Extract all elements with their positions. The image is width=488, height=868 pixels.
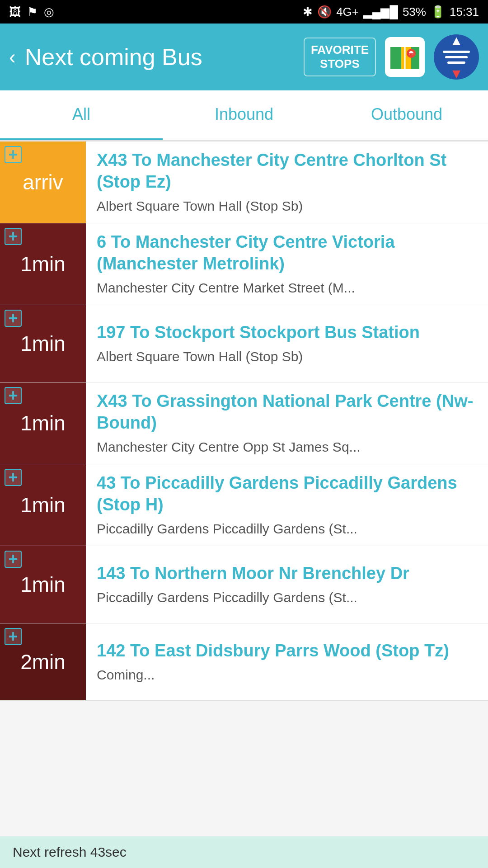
bus-stop-name: Manchester City Centre Opp St James Sq..… xyxy=(97,438,477,456)
bus-route-name: X43 To Manchester City Centre Chorlton S… xyxy=(97,150,477,193)
bus-stop-name: Coming... xyxy=(97,666,477,684)
refresh-bar: Next refresh 43sec xyxy=(0,836,488,868)
bus-list: + arriv X43 To Manchester City Centre Ch… xyxy=(0,142,488,701)
bus-time-box: + 1min xyxy=(0,382,86,464)
bus-arrival-time: 1min xyxy=(20,252,66,276)
bus-arrival-time: 1min xyxy=(20,411,66,435)
network-type: 4G+ xyxy=(336,5,359,19)
add-favorite-icon[interactable]: + xyxy=(5,146,22,163)
bus-info: X43 To Manchester City Centre Chorlton S… xyxy=(86,142,488,223)
add-favorite-icon[interactable]: + xyxy=(5,228,22,245)
bus-list-item[interactable]: + 1min 197 To Stockport Stockport Bus St… xyxy=(0,305,488,382)
mute-icon: 🔇 xyxy=(317,5,332,19)
bus-time-box: + 1min xyxy=(0,223,86,305)
bus-stop-name: Manchester City Centre Market Street (M.… xyxy=(97,279,477,297)
bus-list-item[interactable]: + 1min X43 To Grassington National Park … xyxy=(0,382,488,464)
bus-info: X43 To Grassington National Park Centre … xyxy=(86,382,488,464)
bus-route-name: X43 To Grassington National Park Centre … xyxy=(97,391,477,434)
sort-button[interactable]: ▲ ▼ xyxy=(434,34,479,80)
bus-arrival-time: arriv xyxy=(23,170,63,194)
bus-list-item[interactable]: + 1min 43 To Piccadilly Gardens Piccadil… xyxy=(0,464,488,546)
add-favorite-icon[interactable]: + xyxy=(5,628,22,645)
bus-time-box: + 1min xyxy=(0,305,86,382)
bus-route-name: 43 To Piccadilly Gardens Piccadilly Gard… xyxy=(97,472,477,515)
bus-info: 43 To Piccadilly Gardens Piccadilly Gard… xyxy=(86,464,488,546)
bus-info: 197 To Stockport Stockport Bus Station A… xyxy=(86,305,488,382)
tab-bar: All Inbound Outbound xyxy=(0,90,488,142)
bus-info: 142 To East Didsbury Parrs Wood (Stop Tz… xyxy=(86,623,488,700)
signal-icon: ▂▄▆█ xyxy=(363,5,398,19)
add-favorite-icon[interactable]: + xyxy=(5,551,22,568)
status-left: 🖼 ⚑ ◎ xyxy=(9,5,54,19)
back-button[interactable]: ‹ xyxy=(9,46,16,68)
tab-inbound[interactable]: Inbound xyxy=(163,90,325,140)
bus-list-item[interactable]: + arriv X43 To Manchester City Centre Ch… xyxy=(0,142,488,223)
browser-icon: ◎ xyxy=(44,5,54,19)
svg-marker-1 xyxy=(390,47,401,69)
bus-list-item[interactable]: + 1min 143 To Northern Moor Nr Brenchley… xyxy=(0,546,488,623)
bus-time-box: + arriv xyxy=(0,142,86,223)
bus-arrival-time: 1min xyxy=(20,331,66,356)
bus-info: 6 To Manchester City Centre Victoria (Ma… xyxy=(86,223,488,305)
bus-time-box: + 2min xyxy=(0,623,86,700)
bus-arrival-time: 1min xyxy=(20,572,66,597)
bluetooth-icon: ✱ xyxy=(303,5,313,19)
bus-stop-name: Piccadilly Gardens Piccadilly Gardens (S… xyxy=(97,520,477,538)
photo-icon: 🖼 xyxy=(9,5,21,19)
battery-icon: 🔋 xyxy=(431,5,445,19)
bus-time-box: + 1min xyxy=(0,464,86,546)
bus-stop-name: Piccadilly Gardens Piccadilly Gardens (S… xyxy=(97,589,477,606)
favorite-stops-button[interactable]: FAVORITESTOPS xyxy=(304,38,376,76)
tab-outbound[interactable]: Outbound xyxy=(325,90,488,140)
bus-route-name: 143 To Northern Moor Nr Brenchley Dr xyxy=(97,563,477,585)
status-right: ✱ 🔇 4G+ ▂▄▆█ 53% 🔋 15:31 xyxy=(303,5,479,19)
bus-list-item[interactable]: + 2min 142 To East Didsbury Parrs Wood (… xyxy=(0,623,488,701)
bus-list-item[interactable]: + 1min 6 To Manchester City Centre Victo… xyxy=(0,223,488,305)
add-favorite-icon[interactable]: + xyxy=(5,469,22,486)
status-bar: 🖼 ⚑ ◎ ✱ 🔇 4G+ ▂▄▆█ 53% 🔋 15:31 xyxy=(0,0,488,24)
bus-route-name: 197 To Stockport Stockport Bus Station xyxy=(97,322,477,344)
bus-time-box: + 1min xyxy=(0,546,86,623)
tab-all[interactable]: All xyxy=(0,90,163,140)
bus-stop-name: Albert Square Town Hall (Stop Sb) xyxy=(97,197,477,215)
app-header: ‹ Next coming Bus FAVORITESTOPS ▲ xyxy=(0,24,488,90)
add-favorite-icon[interactable]: + xyxy=(5,387,22,404)
map-button[interactable] xyxy=(385,37,425,77)
bus-arrival-time: 1min xyxy=(20,493,66,517)
bus-stop-name: Albert Square Town Hall (Stop Sb) xyxy=(97,348,477,365)
bus-route-name: 142 To East Didsbury Parrs Wood (Stop Tz… xyxy=(97,640,477,662)
clock: 15:31 xyxy=(450,5,479,19)
bus-arrival-time: 2min xyxy=(20,650,66,674)
refresh-label: Next refresh 43sec xyxy=(13,844,127,859)
map-icon xyxy=(389,41,421,73)
battery-percent: 53% xyxy=(403,5,426,19)
flag-icon: ⚑ xyxy=(27,5,38,19)
add-favorite-icon[interactable]: + xyxy=(5,310,22,327)
page-title: Next coming Bus xyxy=(25,43,295,71)
bus-info: 143 To Northern Moor Nr Brenchley Dr Pic… xyxy=(86,546,488,623)
bus-route-name: 6 To Manchester City Centre Victoria (Ma… xyxy=(97,231,477,274)
